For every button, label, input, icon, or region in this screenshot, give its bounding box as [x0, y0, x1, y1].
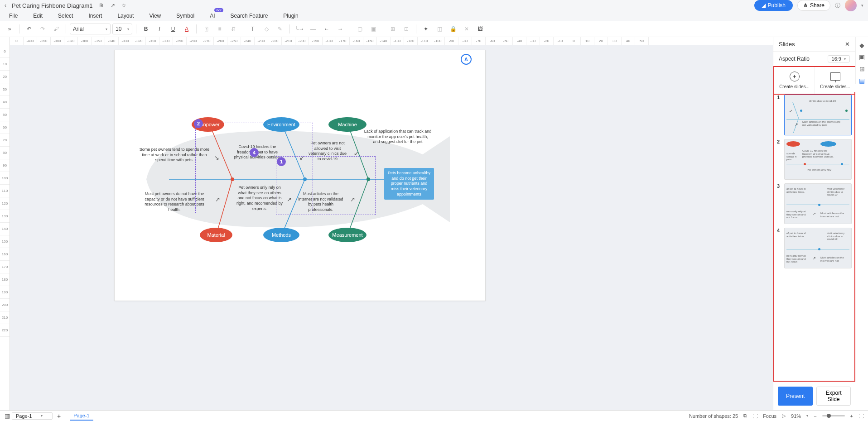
shape2-icon[interactable]: ▣: [367, 23, 379, 35]
page-tab[interactable]: Page-1: [70, 411, 93, 421]
zoom-value[interactable]: 91%: [791, 413, 801, 419]
shapes-count: Number of shapes: 25: [689, 413, 738, 419]
menu-select[interactable]: Select: [58, 13, 73, 19]
menu-file[interactable]: File: [9, 13, 18, 19]
create-slides-button-1[interactable]: + Create slides...: [774, 67, 815, 94]
menu-ai[interactable]: AIhot: [210, 13, 215, 19]
share-button[interactable]: ⋔Share: [797, 0, 830, 11]
layers-icon[interactable]: ▣: [859, 53, 865, 61]
help-icon[interactable]: ⓘ: [835, 2, 840, 10]
text-tool-icon[interactable]: T: [247, 23, 259, 35]
italic-icon[interactable]: I: [154, 23, 165, 35]
export-slide-button[interactable]: Export Slide: [816, 387, 851, 406]
format-icon[interactable]: ◆: [859, 42, 864, 49]
document-page[interactable]: A: [114, 50, 486, 301]
spacing-icon[interactable]: ⇵: [227, 23, 239, 35]
save-icon[interactable]: 🗎: [99, 2, 104, 9]
menu-plugin[interactable]: Plugin: [283, 13, 298, 19]
marker-2[interactable]: 2: [194, 119, 203, 128]
slides-icon[interactable]: ▤: [859, 77, 865, 84]
underline-icon[interactable]: U: [167, 23, 179, 35]
line-style-icon[interactable]: —: [307, 23, 319, 35]
fullscreen-icon[interactable]: ⛶: [858, 413, 863, 419]
oval-methods[interactable]: Methods: [263, 228, 299, 242]
arrow-icon: ↘: [214, 154, 219, 161]
text-material-1[interactable]: Most pet owners do not have the capacity…: [138, 191, 211, 213]
zoom-in-icon[interactable]: +: [850, 413, 853, 419]
slide-thumb-3[interactable]: of pet to have al activities itside. vis…: [784, 183, 852, 224]
layers-status-icon[interactable]: ⧉: [743, 413, 747, 419]
grid-icon[interactable]: ⊞: [859, 65, 865, 72]
effects-icon[interactable]: ✦: [420, 23, 432, 35]
zoom-slider[interactable]: [822, 415, 845, 416]
pen-icon[interactable]: ✎: [274, 23, 286, 35]
text-top-icon[interactable]: ⍐: [200, 23, 212, 35]
group-icon[interactable]: ⊡: [400, 23, 412, 35]
text-methods-1[interactable]: Pet owners only rely on what they see on…: [235, 185, 285, 211]
marker-1[interactable]: 1: [277, 157, 286, 166]
connector-icon[interactable]: └→: [294, 23, 305, 35]
add-page-button[interactable]: +: [57, 412, 61, 420]
ruler-vertical: 0102030405060708090100110120130140150160…: [0, 45, 10, 410]
menu-insert[interactable]: Insert: [88, 13, 102, 19]
ruler-horizontal: 0-400-390-380-370-360-350-340-330-320-31…: [10, 37, 773, 45]
oval-measurement[interactable]: Measurement: [328, 228, 366, 242]
menu-search[interactable]: Search Feature: [231, 13, 268, 19]
arrow-start-icon[interactable]: ←: [321, 23, 333, 35]
crop-icon[interactable]: ◫: [434, 23, 445, 35]
undo-icon[interactable]: ↶: [23, 23, 35, 35]
slide-thumb-1[interactable]: clinics due to covid-19 Most articles on…: [784, 95, 852, 135]
align-icon[interactable]: ≡: [214, 23, 226, 35]
fill-icon[interactable]: ◇: [260, 23, 272, 35]
shape1-icon[interactable]: ▢: [354, 23, 366, 35]
tools-icon[interactable]: ✕: [461, 23, 473, 35]
text-manpower-1[interactable]: Some pet owners tend to spends more time…: [138, 147, 211, 163]
slide-number: 4: [777, 228, 781, 268]
oval-environment[interactable]: Environment: [263, 117, 299, 132]
oval-machine[interactable]: Machine: [328, 117, 366, 132]
oval-material[interactable]: Material: [200, 228, 232, 242]
image-icon[interactable]: 🖼: [474, 23, 486, 35]
present-button[interactable]: Present: [778, 387, 813, 406]
marker-4[interactable]: 4: [250, 148, 259, 157]
align-obj-icon[interactable]: ⊞: [387, 23, 399, 35]
back-icon[interactable]: ‹: [5, 2, 6, 9]
svg-point-0: [170, 164, 177, 172]
result-box[interactable]: Pets become unhealthy and do not get the…: [384, 168, 434, 200]
aspect-label: Aspect Ratio: [779, 56, 810, 62]
slide-thumb-2[interactable]: spends school h pets. Covid-19 hinders t…: [784, 139, 852, 180]
expand-icon[interactable]: »: [4, 23, 15, 35]
ai-assistant-icon[interactable]: A: [461, 54, 472, 65]
avatar[interactable]: [845, 0, 857, 11]
menu-view[interactable]: View: [149, 13, 161, 19]
redo-icon[interactable]: ↷: [37, 23, 48, 35]
arrow-end-icon[interactable]: →: [334, 23, 346, 35]
canvas[interactable]: 0-400-390-380-370-360-350-340-330-320-31…: [0, 37, 773, 410]
focus-label[interactable]: Focus: [763, 413, 776, 419]
bold-icon[interactable]: B: [140, 23, 152, 35]
close-panel-icon[interactable]: ✕: [845, 41, 850, 48]
text-machine-1[interactable]: Pet owners are not allowed to visit vete…: [307, 141, 348, 162]
font-selector[interactable]: Arial▾: [70, 24, 111, 34]
play-icon[interactable]: ▷: [782, 413, 786, 419]
create-slides-button-2[interactable]: Create slides...: [815, 67, 855, 94]
star-icon[interactable]: ☆: [121, 2, 126, 9]
text-measurement-1[interactable]: Most articles on the internet are not va…: [296, 191, 346, 213]
aspect-selector[interactable]: 16:9▾: [828, 55, 850, 62]
font-color-icon[interactable]: A: [181, 23, 193, 35]
zoom-out-icon[interactable]: −: [814, 413, 816, 419]
publish-button[interactable]: ◢Publish: [754, 0, 793, 11]
font-size-selector[interactable]: 10▾: [112, 24, 132, 34]
menu-layout[interactable]: Layout: [117, 13, 134, 19]
pages-icon[interactable]: ▥: [5, 412, 10, 419]
lock-icon[interactable]: 🔒: [447, 23, 459, 35]
page-selector[interactable]: Page-1▾: [12, 412, 53, 420]
brush-icon[interactable]: 🖌: [50, 23, 62, 35]
focus-icon[interactable]: ⛶: [752, 413, 757, 419]
avatar-chevron-icon[interactable]: ▾: [861, 3, 863, 8]
menu-symbol[interactable]: Symbol: [176, 13, 194, 19]
menu-edit[interactable]: Edit: [33, 13, 43, 19]
text-machine-2[interactable]: Lack of application that can track and m…: [364, 129, 432, 145]
slide-thumb-4[interactable]: of pet to have al activities itside. vis…: [784, 228, 852, 268]
export-icon[interactable]: ↗: [111, 2, 115, 9]
